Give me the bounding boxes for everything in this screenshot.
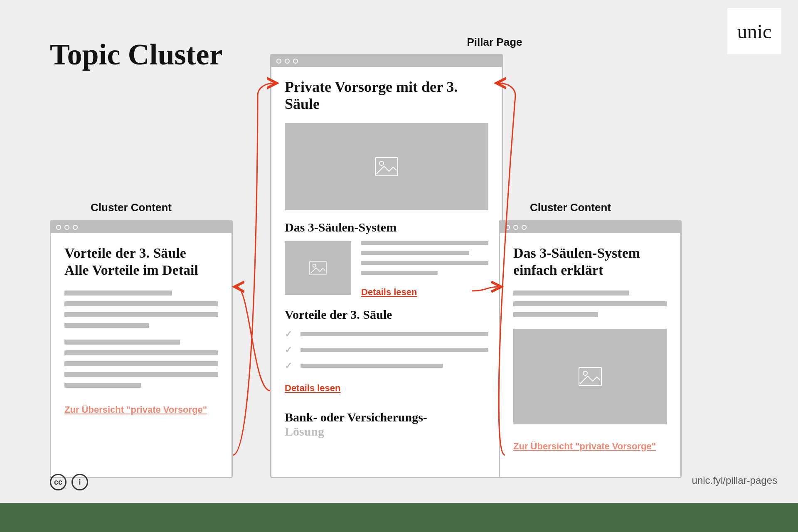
cluster-right-window: Das 3-Säulen-System einfach erklärt Zur … <box>499 220 682 478</box>
text-line-placeholder <box>300 348 488 352</box>
cluster-left-title-l2: Alle Vorteile im Detail <box>64 262 198 278</box>
window-chrome <box>51 222 232 233</box>
window-dot-icon <box>64 225 69 230</box>
footer-bar <box>0 503 798 532</box>
cluster-right-title: Das 3-Säulen-System einfach erklärt <box>513 245 667 279</box>
svg-rect-2 <box>310 261 326 275</box>
check-icon: ✓ <box>285 329 295 340</box>
window-dot-icon <box>513 225 518 230</box>
svg-rect-0 <box>375 158 398 176</box>
svg-point-1 <box>379 161 384 165</box>
back-to-overview-link[interactable]: Zur Übersicht "private Vorsorge" <box>513 441 656 451</box>
text-line-placeholder <box>300 332 488 336</box>
window-dot-icon <box>293 59 298 64</box>
back-to-overview-link[interactable]: Zur Übersicht "private Vorsorge" <box>64 404 207 415</box>
section3-line2: Lösung <box>285 424 324 438</box>
text-line-placeholder <box>361 271 438 275</box>
cluster-left-title-l1: Vorteile der 3. Säule <box>64 245 186 261</box>
details-link[interactable]: Details lesen <box>361 287 417 297</box>
window-dot-icon <box>56 225 61 230</box>
attribution-icon: i <box>71 474 88 490</box>
text-line-placeholder <box>64 350 218 355</box>
pillar-section1-title: Das 3-Säulen-System <box>285 220 488 235</box>
pillar-title: Private Vorsorge mit der 3. Säule <box>285 79 488 113</box>
license-badges: cc i <box>50 474 88 490</box>
svg-point-3 <box>313 264 315 267</box>
text-line-placeholder <box>361 251 469 255</box>
text-line-placeholder <box>64 323 149 328</box>
image-placeholder-icon <box>285 241 351 295</box>
text-line-placeholder <box>300 364 443 368</box>
image-placeholder-icon <box>285 123 488 210</box>
text-line-placeholder <box>64 291 172 296</box>
cluster-right-title-l2: einfach erklärt <box>513 262 603 278</box>
text-line-placeholder <box>64 383 141 388</box>
cluster-right-label: Cluster Content <box>530 201 611 214</box>
cluster-left-title: Vorteile der 3. Säule Alle Vorteile im D… <box>64 245 218 279</box>
cc-icon: cc <box>50 474 66 490</box>
image-placeholder-icon <box>513 329 667 424</box>
text-line-placeholder <box>64 372 218 377</box>
window-dot-icon <box>285 59 290 64</box>
check-icon: ✓ <box>285 360 295 371</box>
svg-rect-4 <box>579 367 601 386</box>
window-dot-icon <box>522 225 527 230</box>
details-link[interactable]: Details lesen <box>285 383 341 393</box>
text-line-placeholder <box>64 340 180 345</box>
text-line-placeholder <box>64 312 218 317</box>
check-icon: ✓ <box>285 345 295 355</box>
text-line-placeholder <box>64 361 218 366</box>
text-line-placeholder <box>513 291 629 296</box>
cluster-right-title-l1: Das 3-Säulen-System <box>513 245 640 261</box>
pillar-page-window: Private Vorsorge mit der 3. Säule Das 3-… <box>270 54 503 478</box>
text-line-placeholder <box>513 312 598 317</box>
window-chrome <box>500 222 680 233</box>
text-line-placeholder <box>361 241 488 245</box>
cluster-left-window: Vorteile der 3. Säule Alle Vorteile im D… <box>50 220 233 478</box>
window-dot-icon <box>73 225 78 230</box>
footer-url: unic.fyi/pillar-pages <box>692 475 777 486</box>
text-line-placeholder <box>513 301 667 306</box>
pillar-section3-title: Bank- oder Versicherungs- Lösung <box>285 410 488 439</box>
brand-logo: unic <box>727 8 781 54</box>
window-dot-icon <box>276 59 281 64</box>
cluster-left-label: Cluster Content <box>91 201 172 214</box>
page-title: Topic Cluster <box>50 37 222 72</box>
text-line-placeholder <box>361 261 488 265</box>
pillar-section2-title: Vorteile der 3. Säule <box>285 308 488 322</box>
text-line-placeholder <box>64 301 218 306</box>
window-chrome <box>271 55 502 67</box>
window-dot-icon <box>505 225 510 230</box>
section3-line1: Bank- oder Versicherungs- <box>285 410 427 424</box>
svg-point-5 <box>583 371 587 375</box>
